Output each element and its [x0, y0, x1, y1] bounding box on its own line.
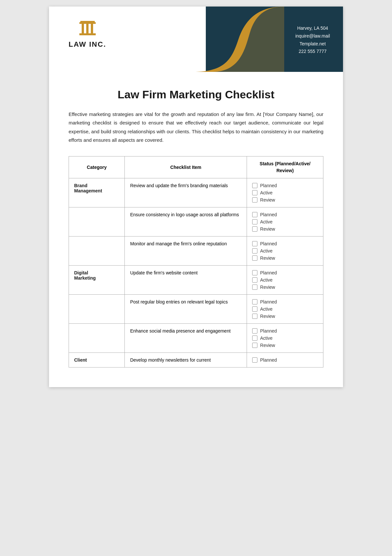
status-planned[interactable]: Planned: [252, 299, 318, 304]
category-client: Client: [74, 357, 87, 363]
cell-category-empty: [69, 237, 125, 266]
status-planned[interactable]: Planned: [252, 328, 318, 334]
checkbox-planned[interactable]: [252, 212, 257, 217]
svg-rect-2: [82, 24, 84, 33]
checkbox-planned[interactable]: [252, 270, 257, 275]
cell-status: Planned Active Review: [247, 266, 323, 295]
status-planned[interactable]: Planned: [252, 241, 318, 246]
status-options: Planned Active Review: [252, 328, 318, 348]
status-review[interactable]: Review: [252, 226, 318, 232]
status-review[interactable]: Review: [252, 314, 318, 319]
cell-item: Monitor and manage the firm's online rep…: [125, 237, 247, 266]
intro-paragraph: Effective marketing strategies are vital…: [69, 110, 323, 144]
checkbox-review[interactable]: [252, 314, 257, 319]
label-review: Review: [260, 343, 275, 348]
status-planned[interactable]: Planned: [252, 270, 318, 275]
category-brand: BrandManagement: [74, 183, 102, 193]
contact-address: Harvey, LA 504: [295, 25, 330, 32]
cell-item: Enhance social media presence and engage…: [125, 324, 247, 353]
header: LAW INC. Harvey, LA 504 inquire@law.mail…: [49, 7, 343, 72]
logo-text: LAW INC.: [69, 40, 106, 49]
cell-status: Planned Active Review: [247, 207, 323, 237]
checkbox-planned[interactable]: [252, 183, 257, 188]
status-planned[interactable]: Planned: [252, 357, 318, 363]
checklist-table: Category Checklist Item Status (Planned/…: [69, 156, 323, 368]
status-review[interactable]: Review: [252, 255, 318, 261]
status-options: Planned Active Review: [252, 270, 318, 290]
contact-email: inquire@law.mail: [295, 32, 330, 40]
checkbox-review[interactable]: [252, 343, 257, 348]
cell-status: Planned Active Review: [247, 237, 323, 266]
th-category: Category: [69, 156, 125, 178]
page-container: LAW INC. Harvey, LA 504 inquire@law.mail…: [49, 7, 343, 387]
label-active: Active: [260, 335, 272, 341]
cell-category-empty: [69, 295, 125, 324]
header-decoration: [193, 7, 284, 72]
cell-item: Review and update the firm's branding ma…: [125, 178, 247, 207]
label-active: Active: [260, 190, 272, 195]
cell-item: Ensure consistency in logo usage across …: [125, 207, 247, 237]
cell-item: Post regular blog entries on relevant le…: [125, 295, 247, 324]
cell-category-empty: [69, 207, 125, 237]
contact-area: Harvey, LA 504 inquire@law.mail Template…: [295, 25, 330, 56]
status-options: Planned Active Review: [252, 299, 318, 319]
label-planned: Planned: [260, 357, 277, 363]
cell-category: Client: [69, 353, 125, 368]
checkbox-planned[interactable]: [252, 299, 257, 304]
checkbox-review[interactable]: [252, 197, 257, 203]
label-active: Active: [260, 277, 272, 283]
checkbox-active[interactable]: [252, 190, 257, 195]
checkbox-review[interactable]: [252, 226, 257, 232]
table-row: Post regular blog entries on relevant le…: [69, 295, 323, 324]
label-active: Active: [260, 219, 272, 224]
svg-rect-4: [91, 24, 93, 33]
status-active[interactable]: Active: [252, 306, 318, 312]
checkbox-review[interactable]: [252, 255, 257, 261]
contact-phone: 222 555 7777: [295, 48, 330, 56]
label-review: Review: [260, 314, 275, 319]
status-planned[interactable]: Planned: [252, 212, 318, 217]
label-review: Review: [260, 226, 275, 232]
label-planned: Planned: [260, 212, 277, 217]
table-row: BrandManagement Review and update the fi…: [69, 178, 323, 207]
cell-category: BrandManagement: [69, 178, 125, 207]
table-row: Enhance social media presence and engage…: [69, 324, 323, 353]
law-logo-icon: [78, 20, 97, 38]
cell-item: Develop monthly newsletters for current: [125, 353, 247, 368]
label-planned: Planned: [260, 328, 277, 334]
status-active[interactable]: Active: [252, 335, 318, 341]
checkbox-review[interactable]: [252, 285, 257, 290]
status-active[interactable]: Active: [252, 277, 318, 283]
status-active[interactable]: Active: [252, 219, 318, 224]
cell-category-empty: [69, 324, 125, 353]
status-active[interactable]: Active: [252, 190, 318, 195]
label-planned: Planned: [260, 183, 277, 188]
label-planned: Planned: [260, 241, 277, 246]
checkbox-planned[interactable]: [252, 357, 257, 363]
status-options: Planned Active Review: [252, 241, 318, 261]
checkbox-active[interactable]: [252, 306, 257, 312]
checkbox-active[interactable]: [252, 335, 257, 341]
table-row: Client Develop monthly newsletters for c…: [69, 353, 323, 368]
checkbox-planned[interactable]: [252, 241, 257, 246]
status-options: Planned Active Review: [252, 212, 318, 232]
table-row: DigitalMarketing Update the firm's websi…: [69, 266, 323, 295]
contact-website: Template.net: [295, 40, 330, 48]
status-planned[interactable]: Planned: [252, 183, 318, 188]
checkbox-active[interactable]: [252, 277, 257, 283]
status-review[interactable]: Review: [252, 197, 318, 203]
checkbox-planned[interactable]: [252, 328, 257, 334]
checkbox-active[interactable]: [252, 219, 257, 224]
label-active: Active: [260, 248, 272, 253]
table-row: Ensure consistency in logo usage across …: [69, 207, 323, 237]
cell-status: Planned: [247, 353, 323, 368]
status-review[interactable]: Review: [252, 343, 318, 348]
label-review: Review: [260, 197, 275, 203]
status-active[interactable]: Active: [252, 248, 318, 253]
checkbox-active[interactable]: [252, 248, 257, 253]
status-review[interactable]: Review: [252, 285, 318, 290]
logo-area: LAW INC.: [69, 20, 106, 49]
label-active: Active: [260, 306, 272, 312]
main-content: Law Firm Marketing Checklist Effective m…: [49, 72, 343, 387]
svg-rect-0: [79, 33, 96, 35]
